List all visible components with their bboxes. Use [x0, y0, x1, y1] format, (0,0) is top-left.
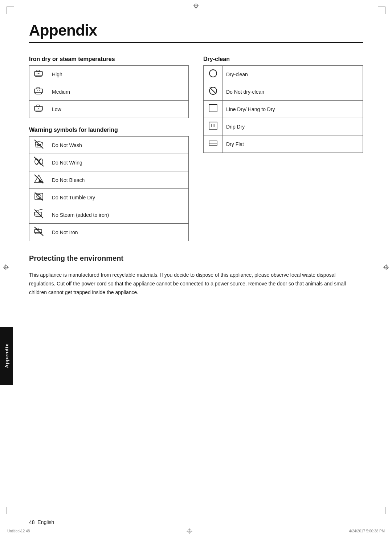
corner-mark-br [378, 507, 385, 514]
table-row: Dry Flat [204, 135, 363, 153]
table-row: No Steam (added to iron) [29, 206, 189, 224]
page-title: Appendix [29, 22, 363, 39]
iron-medium-label: Medium [48, 83, 189, 101]
table-row: Do Not dry-clean [204, 83, 363, 101]
footer-line [29, 517, 363, 517]
table-row: Low [29, 101, 189, 118]
dry-clean-section-heading: Dry-clean [203, 56, 363, 62]
line-dry-icon [204, 101, 222, 118]
svg-line-28 [34, 157, 44, 166]
table-row: Do Not Wash [29, 137, 189, 154]
do-not-wring-icon [29, 154, 48, 171]
title-divider [29, 42, 363, 43]
table-row: ▲ Do Not Bleach [29, 171, 189, 189]
reg-mark-left [3, 264, 9, 272]
right-table-section: Dry-clean Dry-clean [203, 56, 363, 241]
side-tab: Appendix [0, 327, 13, 385]
table-row: Drip Dry [204, 118, 363, 135]
tables-row: Iron dry or steam temperatures [29, 56, 363, 241]
footer-content: 48 English [29, 519, 363, 525]
bottom-file-info: Untitled-12 48 [7, 529, 30, 533]
reg-mark-bottom [187, 528, 192, 534]
line-dry-label: Line Dry/ Hang to Dry [222, 101, 363, 118]
no-steam-icon [29, 206, 48, 224]
left-table-section: Iron dry or steam temperatures [29, 56, 189, 241]
svg-line-43 [210, 88, 216, 94]
table-row: Do Not Tumble Dry [29, 189, 189, 206]
no-steam-label: No Steam (added to iron) [48, 206, 189, 224]
table-row: Dry-clean [204, 66, 363, 83]
drip-dry-icon [204, 118, 222, 135]
svg-rect-44 [209, 105, 217, 112]
environment-divider [29, 265, 363, 265]
iron-high-label: High [48, 66, 189, 83]
table-row: High [29, 66, 189, 83]
svg-point-41 [209, 70, 217, 77]
page-content: Appendix Iron dry or steam temperatures [29, 22, 363, 297]
dry-clean-label: Dry-clean [222, 66, 363, 83]
svg-point-12 [38, 73, 39, 74]
corner-mark-bl [7, 507, 14, 514]
svg-point-11 [37, 73, 37, 74]
do-not-tumble-dry-label: Do Not Tumble Dry [48, 189, 189, 206]
corner-mark-tr [378, 7, 385, 14]
side-tab-label: Appendix [4, 344, 9, 368]
footer-page: 48 English [29, 519, 54, 525]
do-not-wring-label: Do Not Wring [48, 154, 189, 171]
dry-clean-icon [204, 66, 222, 83]
environment-heading: Protecting the environment [29, 254, 363, 263]
spacer [29, 118, 189, 127]
bottom-bar: Untitled-12 48 4/24/2017 5:00:38 PM [0, 526, 392, 536]
dry-flat-icon [204, 135, 222, 153]
svg-point-20 [38, 108, 39, 109]
iron-high-icon [29, 66, 48, 83]
do-not-dry-clean-icon [204, 83, 222, 101]
do-not-bleach-label: Do Not Bleach [48, 171, 189, 189]
do-not-bleach-icon: ▲ [29, 171, 48, 189]
corner-mark-tl [7, 7, 14, 14]
footer: 48 English [29, 517, 363, 525]
do-not-tumble-dry-icon [29, 189, 48, 206]
do-not-dry-clean-label: Do Not dry-clean [222, 83, 363, 101]
environment-text: This appliance is manufactured from recy… [29, 271, 363, 297]
do-not-iron-label: Do Not Iron [48, 224, 189, 241]
iron-table: High [29, 65, 189, 118]
warning-section-heading: Warning symbols for laundering [29, 127, 189, 133]
reg-mark-top [193, 3, 199, 10]
iron-low-icon [29, 101, 48, 118]
bottom-date-info: 4/24/2017 5:00:38 PM [349, 529, 385, 533]
reg-mark-right [383, 264, 389, 272]
svg-rect-14 [34, 89, 42, 93]
drip-dry-label: Drip Dry [222, 118, 363, 135]
svg-point-13 [40, 73, 40, 74]
do-not-wash-icon [29, 137, 48, 154]
table-row: Medium [29, 83, 189, 101]
svg-line-34 [35, 192, 43, 200]
table-row: Line Dry/ Hang to Dry [204, 101, 363, 118]
warning-table: Do Not Wash [29, 136, 189, 241]
dry-clean-table: Dry-clean Do Not dry-clean [203, 65, 363, 153]
iron-low-label: Low [48, 101, 189, 118]
iron-section-heading: Iron dry or steam temperatures [29, 56, 189, 62]
svg-point-16 [37, 90, 38, 91]
dry-flat-label: Dry Flat [222, 135, 363, 153]
svg-point-17 [39, 90, 40, 91]
table-row: Do Not Wring [29, 154, 189, 171]
table-row: Do Not Iron [29, 224, 189, 241]
do-not-iron-icon [29, 224, 48, 241]
environment-section: Protecting the environment This applianc… [29, 254, 363, 297]
iron-medium-icon [29, 83, 48, 101]
do-not-wash-label: Do Not Wash [48, 137, 189, 154]
